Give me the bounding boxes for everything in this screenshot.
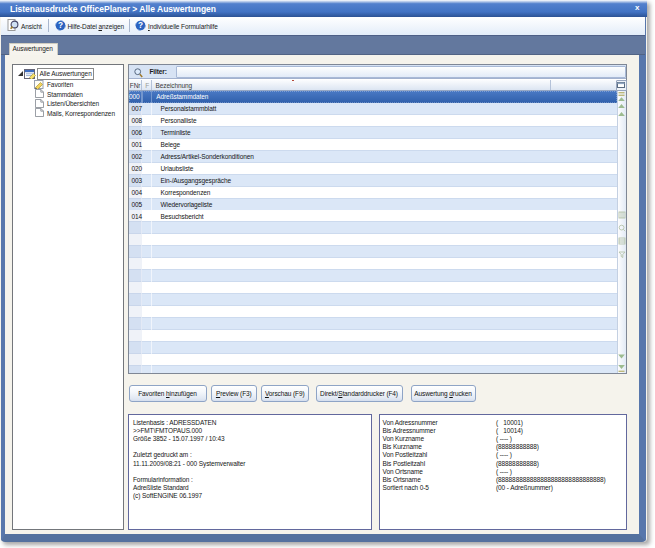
svg-text:?: ?	[58, 21, 63, 30]
svg-text:?: ?	[138, 21, 143, 30]
